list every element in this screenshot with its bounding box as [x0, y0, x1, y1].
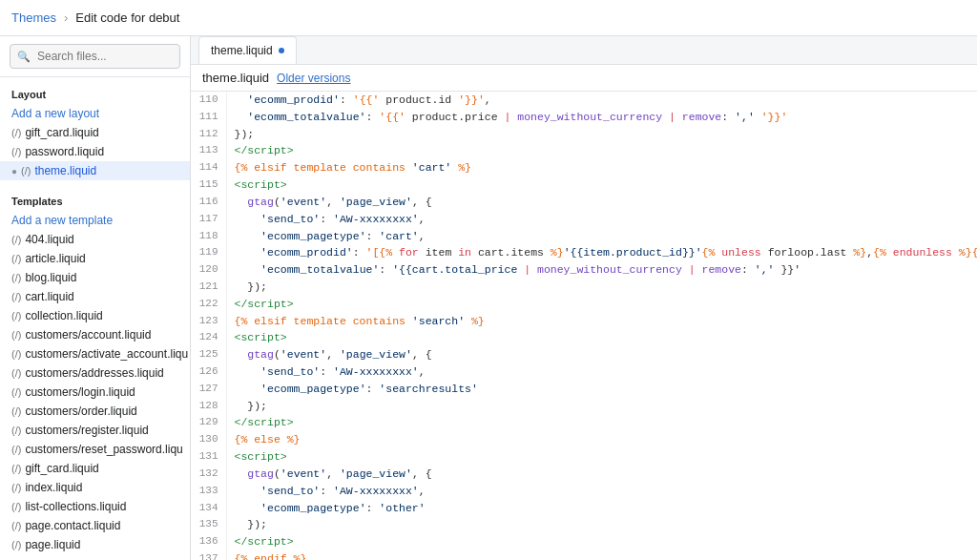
code-line: 131 <script> [192, 448, 977, 466]
code-line: 132 gtag('event', 'page_view', { [192, 466, 977, 483]
code-line: 118 'ecomm_pagetype': 'cart', [192, 228, 977, 245]
layout-section-header: Layout [0, 85, 190, 104]
code-line: 111 'ecomm_totalvalue': '{{' product.pri… [192, 109, 977, 126]
add-layout-link[interactable]: Add a new layout [0, 104, 190, 123]
top-bar: Themes › Edit code for debut [0, 0, 977, 36]
editor-tab[interactable]: theme.liquid [198, 36, 297, 64]
breadcrumb-separator: › [64, 10, 68, 25]
list-item-active[interactable]: ● (/) theme.liquid [0, 161, 190, 180]
layout-section: Layout Add a new layout (/) gift_card.li… [0, 77, 190, 184]
code-line: 135 }); [192, 516, 977, 533]
list-item[interactable]: (/)customers/addresses.liquid [0, 363, 190, 383]
code-line: 112 }); [192, 126, 977, 143]
code-line: 122 </script> [192, 296, 977, 313]
editor-area: theme.liquid theme.liquid Older versions… [191, 36, 977, 560]
list-item[interactable]: (/)index.liquid [0, 478, 190, 497]
code-line: 125 gtag('event', 'page_view', { [192, 346, 977, 363]
code-line: 127 'ecomm_pagetype': 'searchresults' [192, 381, 977, 398]
editor-tabs: theme.liquid [191, 36, 977, 65]
code-line: 137 {% endif %} [192, 550, 977, 560]
editor-filename: theme.liquid [202, 71, 269, 85]
list-item[interactable]: (/)404.liquid [0, 230, 190, 249]
templates-section: Templates Add a new template (/)404.liqu… [0, 184, 190, 558]
search-icon: 🔍 [17, 51, 31, 63]
code-line: 129 </script> [192, 414, 977, 431]
list-item[interactable]: (/)blog.liquid [0, 268, 190, 287]
templates-section-header: Templates [0, 192, 190, 211]
code-line: 130 {% else %} [192, 431, 977, 448]
list-item[interactable]: (/)collection.liquid [0, 306, 190, 325]
list-item[interactable]: (/) gift_card.liquid [0, 123, 190, 142]
list-item[interactable]: (/)customers/order.liquid [0, 402, 190, 421]
list-item[interactable]: (/)page.contact.liquid [0, 516, 190, 535]
list-item[interactable]: (/) password.liquid [0, 142, 190, 161]
add-template-link[interactable]: Add a new template [0, 211, 190, 230]
code-line: 126 'send_to': 'AW-xxxxxxxx', [192, 363, 977, 381]
code-line: 114 {% elsif template contains 'cart' %} [192, 159, 977, 176]
list-item[interactable]: (/)customers/activate_account.liqu [0, 344, 190, 363]
code-table: 110 'ecomm_prodid': '{{' product.id '}}'… [191, 92, 977, 560]
list-item[interactable]: (/)article.liquid [0, 249, 190, 268]
list-item[interactable]: (/)customers/login.liquid [0, 383, 190, 402]
list-item[interactable]: (/)list-collections.liquid [0, 497, 190, 516]
list-item[interactable]: (/)cart.liquid [0, 287, 190, 306]
main-layout: 🔍 Layout Add a new layout (/) gift_card.… [0, 36, 977, 560]
code-line: 133 'send_to': 'AW-xxxxxxxx', [192, 483, 977, 500]
older-versions-link[interactable]: Older versions [277, 72, 350, 85]
code-line: 110 'ecomm_prodid': '{{' product.id '}}'… [192, 92, 977, 109]
code-line: 124 <script> [192, 329, 977, 346]
code-line: 115 <script> [192, 176, 977, 194]
themes-link[interactable]: Themes [11, 10, 56, 25]
list-item[interactable]: (/)customers/reset_password.liqu [0, 440, 190, 459]
list-item[interactable]: (/)customers/register.liquid [0, 421, 190, 440]
code-editor[interactable]: 110 'ecomm_prodid': '{{' product.id '}}'… [191, 92, 977, 560]
code-line: 128 }); [192, 398, 977, 415]
tab-label: theme.liquid [211, 44, 273, 57]
code-line: 119 'ecomm_prodid': '[{% for item in car… [192, 244, 977, 261]
sidebar: 🔍 Layout Add a new layout (/) gift_card.… [0, 36, 191, 560]
tab-modified-dot [279, 48, 284, 53]
code-line: 120 'ecomm_totalvalue': '{{cart.total_pr… [192, 261, 977, 279]
list-item[interactable]: (/)page.liquid [0, 535, 190, 554]
editor-header: theme.liquid Older versions [191, 65, 977, 92]
search-area: 🔍 [0, 36, 190, 77]
code-line: 134 'ecomm_pagetype': 'other' [192, 500, 977, 517]
search-input[interactable] [10, 44, 180, 69]
code-line: 121 }); [192, 279, 977, 296]
page-title: Edit code for debut [75, 10, 179, 25]
code-line: 117 'send_to': 'AW-xxxxxxxx', [192, 211, 977, 228]
code-line: 123 {% elsif template contains 'search' … [192, 313, 977, 330]
code-line: 113 </script> [192, 142, 977, 159]
code-line: 116 gtag('event', 'page_view', { [192, 194, 977, 211]
list-item[interactable]: (/)customers/account.liquid [0, 325, 190, 344]
list-item[interactable]: (/)gift_card.liquid [0, 459, 190, 478]
code-line: 136 </script> [192, 533, 977, 550]
